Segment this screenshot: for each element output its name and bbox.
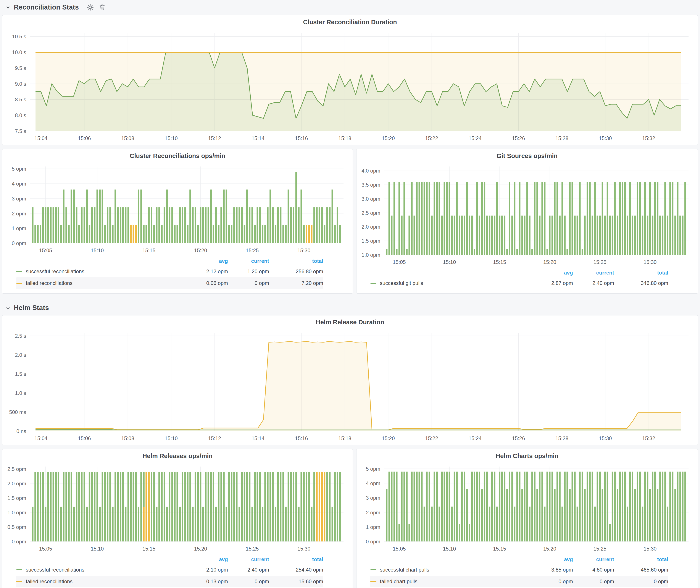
svg-text:15:20: 15:20	[194, 546, 207, 552]
svg-text:2.0 opm: 2.0 opm	[361, 224, 380, 230]
series-label[interactable]: failed reconciliations	[26, 280, 73, 286]
legend-col-avg[interactable]: avg	[185, 258, 228, 264]
avg-value: 2.10 opm	[185, 567, 228, 573]
current-value: 2.40 opm	[573, 280, 614, 286]
series-marker-green	[16, 271, 22, 272]
svg-text:15:04: 15:04	[34, 135, 47, 141]
total-value: 254.40 opm	[269, 567, 323, 573]
series-label[interactable]: successful reconciliations	[26, 268, 84, 275]
legend-header: avg current total	[16, 555, 323, 564]
legend-col-current[interactable]: current	[228, 258, 269, 264]
svg-text:15:10: 15:10	[443, 546, 456, 552]
legend-col-current[interactable]: current	[573, 270, 614, 276]
section-helm-stats[interactable]: Helm Stats	[5, 303, 49, 313]
panel-title[interactable]: Helm Releases ops/min	[2, 449, 353, 463]
panel-title[interactable]: Cluster Reconciliation Duration	[2, 15, 698, 29]
svg-text:15:20: 15:20	[382, 135, 395, 141]
avg-value: 3.85 opm	[530, 567, 573, 573]
legend-col-total[interactable]: total	[614, 556, 668, 562]
git-sources-chart[interactable]: 1.0 opm1.5 opm2.0 opm2.5 opm3.0 opm3.5 o…	[358, 163, 696, 267]
svg-text:1.0 opm: 1.0 opm	[7, 510, 26, 515]
cluster-ops-chart[interactable]: 0 opm1 opm2 opm3 opm4 opm5 opm15:0515:10…	[4, 163, 351, 256]
series-label[interactable]: failed reconciliations	[26, 578, 73, 585]
svg-text:15:26: 15:26	[512, 435, 525, 441]
section-title[interactable]: Helm Stats	[14, 304, 49, 312]
avg-value: 0 opm	[530, 578, 573, 585]
panel-title[interactable]: Helm Release Duration	[2, 315, 698, 329]
svg-text:15:16: 15:16	[295, 135, 308, 141]
series-label[interactable]: failed chart pulls	[380, 578, 417, 585]
panel-title[interactable]: Helm Charts ops/min	[356, 449, 698, 463]
chevron-down-icon[interactable]	[5, 305, 11, 311]
total-value: 0 opm	[614, 578, 668, 585]
svg-text:15:12: 15:12	[208, 135, 221, 141]
svg-text:15:25: 15:25	[594, 546, 606, 552]
svg-text:9.0 s: 9.0 s	[15, 81, 26, 87]
legend-col-avg[interactable]: avg	[530, 556, 573, 562]
svg-text:3 opm: 3 opm	[12, 196, 26, 202]
current-value: 0 opm	[228, 280, 269, 286]
svg-text:4 opm: 4 opm	[12, 181, 26, 187]
svg-text:15:04: 15:04	[34, 435, 47, 441]
row-delete-button[interactable]	[99, 4, 106, 11]
legend-col-current[interactable]: current	[573, 556, 614, 562]
svg-text:0 opm: 0 opm	[366, 539, 380, 544]
legend-col-total[interactable]: total	[614, 270, 668, 276]
gear-icon	[87, 4, 94, 11]
svg-text:15:20: 15:20	[194, 247, 207, 253]
helm-duration-chart[interactable]: 0 ns500 ms1.0 s1.5 s2.0 s2.5 s15:0415:06…	[4, 329, 696, 444]
series-marker-orange	[370, 581, 376, 582]
svg-text:15:30: 15:30	[297, 546, 310, 552]
section-reconciliation-stats[interactable]: Reconciliation Stats	[5, 2, 107, 13]
row-settings-button[interactable]	[87, 4, 94, 11]
current-value: 0 opm	[228, 578, 269, 585]
helm-releases-chart[interactable]: 0 opm0.5 opm1.0 opm1.5 opm2.0 opm2.5 opm…	[4, 463, 351, 554]
series-label[interactable]: successful reconciliations	[26, 567, 84, 573]
helm-charts-chart[interactable]: 0 opm1 opm2 opm3 opm4 opm5 opm15:0515:10…	[358, 463, 696, 554]
legend-col-current[interactable]: current	[228, 556, 269, 562]
current-value: 4.80 opm	[573, 567, 614, 573]
svg-text:2.0 opm: 2.0 opm	[7, 481, 26, 486]
legend-col-total[interactable]: total	[269, 258, 323, 264]
panel-helm-duration: Helm Release Duration 0 ns500 ms1.0 s1.5…	[2, 315, 698, 445]
svg-text:15:22: 15:22	[425, 435, 438, 441]
svg-text:2.5 s: 2.5 s	[15, 333, 26, 339]
svg-text:1.0 s: 1.0 s	[15, 390, 26, 396]
legend-col-avg[interactable]: avg	[185, 556, 228, 562]
svg-text:15:10: 15:10	[165, 135, 178, 141]
series-label[interactable]: successful chart pulls	[380, 567, 429, 573]
svg-text:0 opm: 0 opm	[12, 539, 26, 544]
panel-title[interactable]: Cluster Reconciliations ops/min	[2, 149, 353, 163]
svg-text:0.5 opm: 0.5 opm	[7, 524, 26, 530]
panel-title[interactable]: Git Sources ops/min	[356, 149, 698, 163]
svg-text:15:05: 15:05	[39, 546, 52, 552]
svg-text:15:10: 15:10	[443, 259, 456, 265]
svg-text:15:14: 15:14	[252, 135, 265, 141]
svg-text:1 opm: 1 opm	[12, 225, 26, 231]
svg-text:10.0 s: 10.0 s	[12, 49, 26, 55]
svg-text:15:06: 15:06	[78, 435, 91, 441]
svg-text:15:05: 15:05	[39, 247, 52, 253]
svg-text:3.5 opm: 3.5 opm	[361, 182, 380, 188]
series-label[interactable]: successful git pulls	[380, 280, 423, 286]
svg-text:15:32: 15:32	[642, 135, 655, 141]
svg-text:15:06: 15:06	[78, 135, 91, 141]
svg-text:15:10: 15:10	[91, 247, 104, 253]
svg-text:15:05: 15:05	[393, 259, 406, 265]
chevron-down-icon[interactable]	[5, 5, 11, 10]
svg-text:15:25: 15:25	[594, 259, 606, 265]
svg-text:15:30: 15:30	[644, 259, 656, 265]
cluster-duration-chart[interactable]: 7.5 s8.0 s8.5 s9.0 s9.5 s10.0 s10.5 s15:…	[4, 29, 696, 144]
series-marker-green	[370, 569, 376, 570]
legend-col-total[interactable]: total	[269, 556, 323, 562]
avg-value: 2.87 opm	[530, 280, 573, 286]
legend-col-avg[interactable]: avg	[530, 270, 573, 276]
total-value: 256.80 opm	[269, 268, 323, 275]
series-marker-green	[16, 569, 22, 570]
svg-text:4.0 opm: 4.0 opm	[361, 168, 380, 174]
svg-text:15:30: 15:30	[599, 435, 612, 441]
section-title[interactable]: Reconciliation Stats	[14, 3, 79, 11]
svg-text:0 ns: 0 ns	[16, 428, 26, 434]
svg-text:15:15: 15:15	[142, 546, 155, 552]
svg-text:15:08: 15:08	[121, 435, 134, 441]
